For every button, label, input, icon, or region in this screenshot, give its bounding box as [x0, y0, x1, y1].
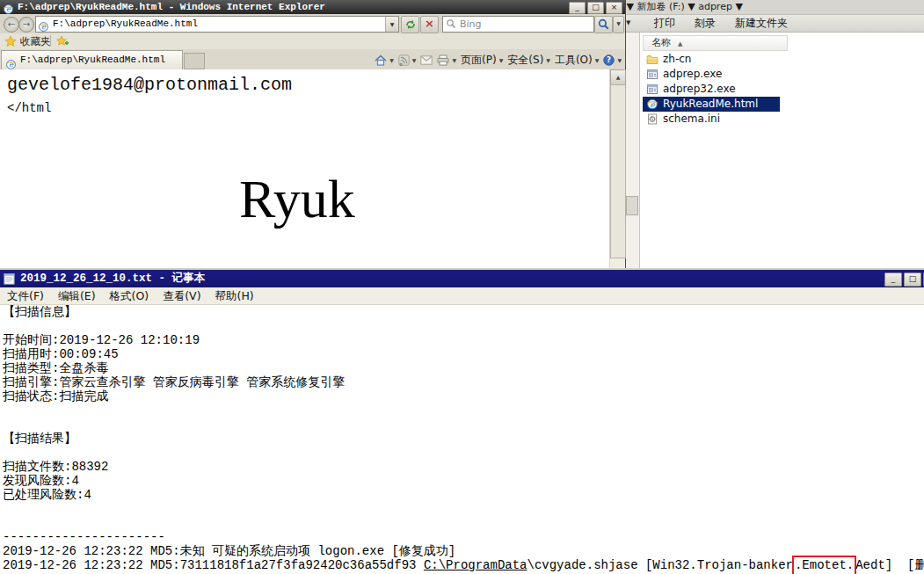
emotet-highlight-box: .Emotet.	[792, 556, 856, 574]
chevron-down-icon: ▼	[452, 57, 456, 63]
ie-page-content: gevelofe1984@protonmail.com </html Ryuk …	[0, 69, 625, 269]
safety-menu-label: 安全(S)	[507, 53, 543, 68]
file-row-RyukReadMe.html[interactable]: eRyukReadMe.html	[643, 97, 780, 112]
tab-label: F:\adprep\RyukReadMe.html	[20, 51, 178, 69]
notepad-line-17: 2019-12-26 12:23:22 MD5:未知 可疑的系统启动项 logo…	[3, 544, 924, 558]
search-icon	[446, 18, 456, 29]
ie-favorites-bar: 收藏夹	[0, 33, 625, 50]
folder-icon	[646, 54, 658, 65]
file-list: zh-cnadprep.exeadprep32.exeeRyukReadMe.h…	[643, 52, 780, 127]
search-icon	[598, 18, 609, 30]
ie-tab-bar: e F:\adprep\RyukReadMe.html ▼	[0, 49, 625, 70]
file-name-label: adprep.exe	[663, 67, 722, 82]
maximize-button[interactable]: □	[587, 2, 604, 14]
ie-navigation-bar: ← → e F:\adprep\RyukReadMe.html ▼ ×	[0, 14, 625, 34]
address-bar[interactable]: e F:\adprep\RyukReadMe.html ▼	[35, 16, 399, 33]
read-mail-button[interactable]	[420, 55, 433, 65]
menu-item-3[interactable]: 查看(V)	[156, 287, 207, 304]
ransom-email-text: gevelofe1984@protonmail.com	[7, 75, 292, 95]
home-icon	[375, 54, 387, 66]
favorites-label[interactable]: 收藏夹	[20, 33, 51, 49]
ie-command-bar: ▼ ▼	[375, 51, 622, 69]
search-box[interactable]: Bing	[442, 16, 594, 33]
page-menu-label: 页面(P)	[461, 53, 497, 68]
menu-item-1[interactable]: 编辑(E)	[51, 287, 103, 304]
notepad-line-2: 开始时间:2019-12-26 12:10:19	[3, 333, 924, 347]
notepad-text-area[interactable]: 【扫描信息】 开始时间:2019-12-26 12:10:19扫描用时:00:0…	[0, 305, 924, 574]
forward-button[interactable]: →	[18, 17, 34, 33]
chevron-down-icon: ▼	[617, 57, 622, 63]
scroll-up-button[interactable]: ▲	[610, 69, 626, 85]
file-name-label: zh-cn	[663, 52, 691, 67]
help-icon: ?	[603, 54, 615, 66]
notepad-menubar: 文件(F)编辑(E)格式(O)查看(V)帮助(H)	[0, 287, 924, 305]
back-button[interactable]: ←	[4, 17, 19, 33]
ryuk-heading: Ryuk	[239, 168, 355, 230]
tools-menu[interactable]: 工具(O) ▼	[555, 53, 599, 68]
ie-vertical-scrollbar[interactable]: ▲	[609, 69, 625, 269]
minimize-button[interactable]: _	[884, 272, 902, 287]
chevron-down-icon: ▼	[595, 57, 600, 63]
toolbar-button-2[interactable]: 新建文件夹	[735, 15, 788, 32]
navigation-pane-scrollbar[interactable]	[624, 33, 640, 270]
notepad-line-1	[3, 319, 924, 333]
column-header-name[interactable]: 名称▲	[643, 35, 788, 51]
print-button[interactable]: ▼	[437, 54, 456, 66]
toolbar-button-1[interactable]: 刻录	[695, 15, 716, 32]
sort-ascending-icon: ▲	[678, 40, 682, 47]
divider	[50, 35, 51, 47]
scrollbar-thumb[interactable]	[626, 196, 638, 215]
new-tab-button[interactable]	[184, 53, 205, 69]
explorer-toolbar-items: 打印刻录新建文件夹	[654, 15, 807, 32]
address-dropdown-button[interactable]: ▼	[385, 17, 398, 32]
menu-item-4[interactable]: 帮助(H)	[208, 287, 261, 304]
chevron-down-icon[interactable]: ▼	[626, 15, 630, 32]
favorites-star-icon[interactable]	[4, 35, 17, 47]
notepad-line-12: 发现风险数:4	[3, 474, 924, 488]
scrollbar-thumb[interactable]	[610, 84, 626, 258]
stop-button[interactable]: ×	[420, 16, 439, 33]
notepad-line-5: 扫描引擎:管家云查杀引擎 管家反病毒引擎 管家系统修复引擎	[3, 375, 924, 389]
add-favorite-icon[interactable]	[56, 35, 69, 47]
notepad-line-13: 已处理风险数:4	[3, 488, 924, 502]
page-menu[interactable]: 页面(P) ▼	[461, 53, 503, 68]
desktop: 机 ▼ 新加卷 (F:) ▼ adprep ▼ ▼ 打印刻录新建文件夹 名称▲ …	[0, 0, 924, 574]
file-row-adprep32.exe[interactable]: adprep32.exe	[643, 82, 780, 97]
chevron-down-icon: ▼	[389, 57, 394, 63]
help-menu[interactable]: ? ▼	[603, 54, 622, 66]
file-row-zh-cn[interactable]: zh-cn	[643, 52, 780, 67]
svg-text:e: e	[650, 100, 655, 109]
search-placeholder[interactable]: Bing	[460, 17, 482, 32]
safety-menu[interactable]: 安全(S) ▼	[507, 53, 550, 68]
toolbar-button-0[interactable]: 打印	[654, 15, 675, 32]
exe-icon	[646, 84, 658, 95]
menu-item-0[interactable]: 文件(F)	[0, 287, 51, 304]
file-name-label: adprep32.exe	[663, 82, 736, 97]
tab-ryukreadme[interactable]: e F:\adprep\RyukReadMe.html	[1, 50, 183, 69]
chevron-down-icon: ▼	[499, 57, 504, 63]
maximize-button[interactable]: □	[904, 272, 921, 287]
notepad-line-15	[3, 516, 924, 530]
file-name-label: RyukReadMe.html	[663, 97, 758, 112]
search-options-dropdown[interactable]: ▼	[613, 16, 624, 33]
menu-item-2[interactable]: 格式(O)	[103, 287, 156, 304]
home-button[interactable]: ▼	[375, 54, 394, 66]
minimize-button[interactable]: _	[569, 2, 586, 14]
html-code-text: </html	[7, 101, 51, 115]
mail-icon	[420, 55, 433, 65]
notepad-line-11: 扫描文件数:88392	[3, 460, 924, 474]
notepad-line-8	[3, 418, 924, 432]
address-text[interactable]: F:\adprep\RyukReadMe.html	[53, 17, 198, 32]
search-go-button[interactable]	[594, 16, 613, 33]
ie-page-icon: e	[38, 18, 49, 33]
breadcrumb[interactable]: 机 ▼ 新加卷 (F:) ▼ adprep ▼	[614, 0, 743, 14]
refresh-button[interactable]	[401, 16, 419, 33]
file-row-schema.ini[interactable]: schema.ini	[643, 112, 780, 127]
notepad-titlebar[interactable]: 2019_12_26_12_10.txt - 记事本 _ □ ×	[0, 270, 924, 287]
close-button[interactable]: ×	[606, 2, 622, 14]
ie-titlebar[interactable]: e F:\adprep\RyukReadMe.html - Windows In…	[0, 0, 625, 14]
notepad-line-3: 扫描用时:00:09:45	[3, 347, 924, 361]
feeds-button[interactable]: ▼	[398, 54, 417, 66]
ini-icon	[646, 113, 658, 125]
file-row-adprep.exe[interactable]: adprep.exe	[643, 67, 780, 82]
